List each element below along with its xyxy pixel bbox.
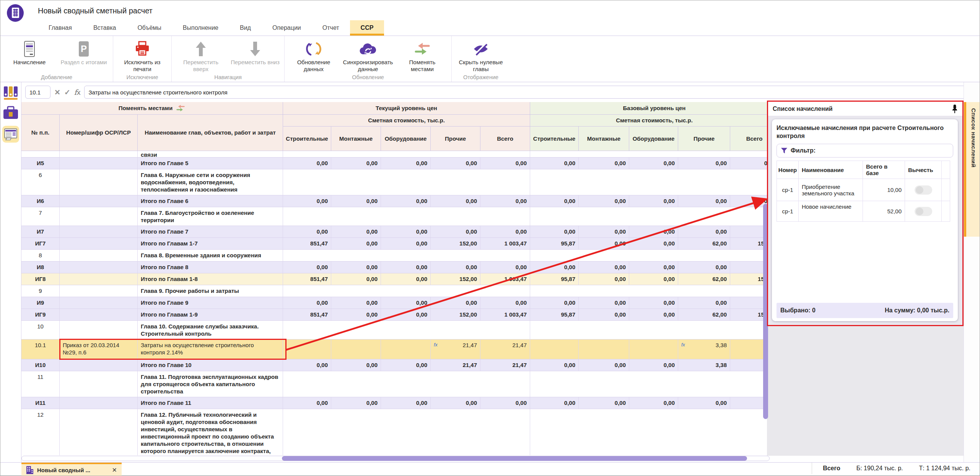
cell-code[interactable] xyxy=(60,371,138,397)
cell-value[interactable]: 0,00 xyxy=(480,397,530,409)
cell-code[interactable] xyxy=(60,273,138,285)
cell-value[interactable]: 0,00 xyxy=(629,195,678,207)
cell-num[interactable]: И7 xyxy=(21,226,60,237)
cell-value[interactable]: 0,00 xyxy=(331,273,381,285)
cell-value[interactable]: 95,87 xyxy=(530,238,579,249)
cell-value[interactable]: 21,47 xyxy=(480,359,530,371)
cell-value[interactable]: 1 003,47 xyxy=(480,238,530,249)
cell-value[interactable]: 152,00 xyxy=(431,309,480,320)
cell-code[interactable] xyxy=(60,262,138,273)
cell-value[interactable]: 0,00 xyxy=(381,397,431,409)
cell-value[interactable]: 1 003,47 xyxy=(480,273,530,285)
cell-values-base[interactable] xyxy=(530,371,767,397)
cell-value[interactable]: 0,00 xyxy=(480,195,530,207)
cell-num[interactable]: 9 xyxy=(21,285,60,297)
cell-value[interactable]: 0,00 xyxy=(381,158,431,169)
cell-value[interactable] xyxy=(579,340,629,359)
cell-value[interactable]: 0,00 xyxy=(381,273,431,285)
cell-value[interactable]: 0,00 xyxy=(629,273,678,285)
cell-name[interactable]: Итого по Главе 8 xyxy=(138,262,283,273)
cell-value[interactable]: 62,00 xyxy=(678,238,730,249)
cell-value[interactable]: 0,00 xyxy=(431,262,480,273)
accrual-row-num[interactable]: ср-1 xyxy=(777,179,799,201)
cell-value[interactable]: 0,00 xyxy=(629,226,678,237)
estimate-sheet-view-button[interactable] xyxy=(2,126,19,143)
tab-glavnaya[interactable]: Главная xyxy=(38,20,83,36)
toolbox-view-button[interactable] xyxy=(2,106,19,120)
accrual-row-name[interactable]: Приобретение земельного участка xyxy=(799,179,863,201)
cell-code[interactable] xyxy=(60,309,138,320)
cell-reference-box[interactable]: 10.1 xyxy=(25,86,50,99)
cell-name[interactable]: Итого по Главе 10 xyxy=(138,359,283,371)
cell-value[interactable]: 0,00 xyxy=(381,226,431,237)
cell-value[interactable]: 0,00 xyxy=(579,397,629,409)
cell-value[interactable]: 152,00 xyxy=(431,238,480,249)
cell-value[interactable]: 0,00 xyxy=(283,226,331,237)
cell-values-current[interactable] xyxy=(283,285,530,297)
tab-vypolnenie[interactable]: Выполнение xyxy=(172,20,229,36)
cell-value[interactable]: 0,00 xyxy=(381,195,431,207)
cell-value[interactable]: 0,00 xyxy=(730,297,767,309)
cell-code[interactable] xyxy=(60,207,138,226)
cell-value[interactable]: 0,00 xyxy=(579,238,629,249)
cell-value[interactable]: 0,00 xyxy=(579,273,629,285)
cell-value[interactable] xyxy=(283,340,331,359)
cell-value[interactable]: 3,38 xyxy=(730,340,767,359)
cell-value[interactable]: 0,00 xyxy=(283,397,331,409)
deduct-toggle[interactable] xyxy=(915,185,932,195)
cell-value[interactable]: 62,00 xyxy=(678,273,730,285)
cell-value[interactable]: 0,00 xyxy=(530,262,579,273)
cell-value[interactable]: 851,47 xyxy=(283,238,331,249)
deduct-toggle[interactable] xyxy=(915,207,932,216)
cell-values-base[interactable] xyxy=(530,409,767,455)
accrual-row-name[interactable]: Новое начисление xyxy=(799,201,863,222)
cell-value[interactable]: 0,00 xyxy=(629,297,678,309)
cell-value[interactable]: 0,00 xyxy=(730,195,767,207)
cell-value[interactable]: 0,00 xyxy=(678,297,730,309)
cell-num[interactable]: 7 xyxy=(21,207,60,226)
cell-num[interactable]: 11 xyxy=(21,371,60,397)
cell-num[interactable]: И10 xyxy=(21,359,60,371)
cell-value[interactable]: 0,00 xyxy=(331,226,381,237)
cell-value[interactable]: 0,00 xyxy=(381,238,431,249)
cell-name[interactable]: Итого по Главе 5 xyxy=(138,158,283,169)
cell-num[interactable]: И9 xyxy=(21,297,60,309)
cell-value[interactable]: 0,00 xyxy=(331,195,381,207)
cell-value[interactable]: 0,00 xyxy=(730,397,767,409)
cell-num[interactable]: И11 xyxy=(21,397,60,409)
cell-num[interactable]: И6 xyxy=(21,195,60,207)
cell-values-current[interactable] xyxy=(283,321,530,339)
cell-value[interactable]: 1 003,47 xyxy=(480,309,530,320)
cell-values-current[interactable] xyxy=(283,409,530,455)
cell-value[interactable]: 0,00 xyxy=(381,297,431,309)
cell-code[interactable]: Приказ от 20.03.2014 №29, п.6 xyxy=(60,340,138,359)
cell-value[interactable] xyxy=(530,340,579,359)
cell-value[interactable]: 0,00 xyxy=(530,297,579,309)
cell-value[interactable]: 157,87 xyxy=(730,238,767,249)
cell-value[interactable]: 851,47 xyxy=(283,273,331,285)
cell-value[interactable] xyxy=(331,340,381,359)
cell-value[interactable]: 0,00 xyxy=(579,262,629,273)
move-down-button[interactable]: Переместить вниз xyxy=(230,38,280,73)
cell-values-base[interactable] xyxy=(530,169,767,195)
cell-value[interactable]: fx21,47 xyxy=(431,340,480,359)
fx-formula-icon[interactable]: fx xyxy=(74,88,81,97)
cell-value[interactable]: 0,00 xyxy=(678,226,730,237)
cell-value[interactable]: 0,00 xyxy=(678,262,730,273)
cell-value[interactable]: 0,00 xyxy=(480,262,530,273)
cell-values-current[interactable] xyxy=(283,169,530,195)
cell-code[interactable] xyxy=(60,297,138,309)
cell-value[interactable]: 0,00 xyxy=(331,359,381,371)
cell-value[interactable]: 0,00 xyxy=(579,158,629,169)
cell-name[interactable]: Итого по Главе 7 xyxy=(138,226,283,237)
cell-values-base[interactable] xyxy=(530,250,767,261)
cell-value[interactable]: 0,00 xyxy=(331,397,381,409)
cell-value[interactable]: 3,38 xyxy=(678,359,730,371)
cell-values-current[interactable] xyxy=(283,207,530,226)
cell-value[interactable]: 0,00 xyxy=(530,226,579,237)
cell-value[interactable]: 0,00 xyxy=(579,195,629,207)
cell-value[interactable]: 0,00 xyxy=(331,238,381,249)
formula-input[interactable]: Затраты на осуществление строительного к… xyxy=(84,86,973,99)
cell-name[interactable]: Затраты на осуществление строительного к… xyxy=(138,340,283,359)
cell-name[interactable]: Итого по Главе 11 xyxy=(138,397,283,409)
